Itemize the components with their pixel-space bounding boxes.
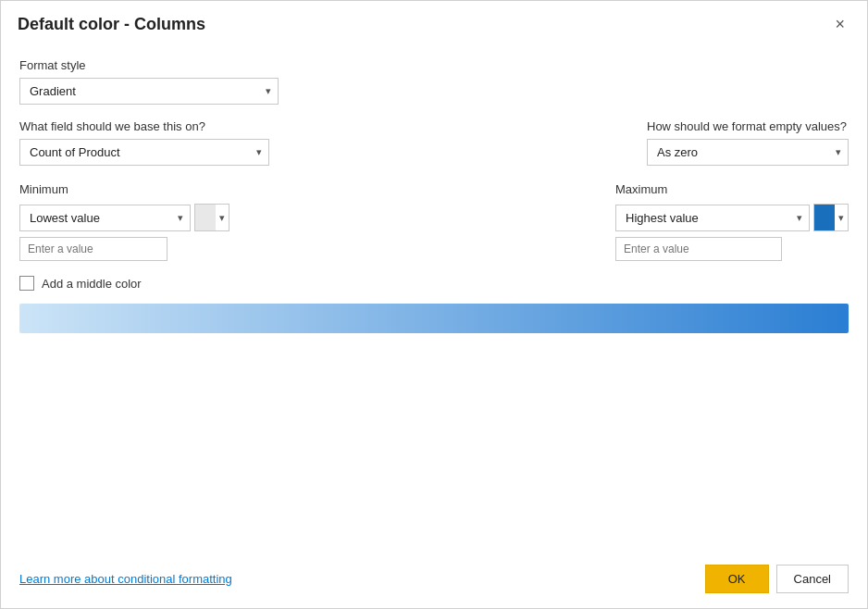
minimum-value-select-wrapper: Lowest value Number Percent Percentile F… [19,205,191,231]
minimum-controls: Lowest value Number Percent Percentile F… [19,204,229,231]
middle-color-checkbox[interactable] [19,276,34,291]
dialog-body: Format style Gradient Color scale Data b… [1,44,867,553]
maximum-controls: Highest value Number Percent Percentile … [615,204,849,231]
minimum-section: Minimum Lowest value Number Percent Perc… [19,182,229,261]
field-select[interactable]: Count of Product [19,139,269,166]
minimum-color-swatch [195,205,216,230]
minimum-swatch-chevron-icon[interactable]: ▾ [216,212,229,224]
minimum-value-select[interactable]: Lowest value Number Percent Percentile F… [19,205,191,231]
maximum-value-input[interactable] [615,237,782,261]
min-max-row: Minimum Lowest value Number Percent Perc… [19,182,849,261]
minimum-value-input[interactable] [19,237,167,261]
format-style-label: Format style [19,58,849,72]
field-empty-row: What field should we base this on? Count… [19,119,849,166]
dialog-header: Default color - Columns × [1,1,867,44]
maximum-label: Maximum [615,182,849,196]
field-select-wrapper: Count of Product ▾ [19,139,269,166]
field-column: What field should we base this on? Count… [19,119,269,166]
dialog-title: Default color - Columns [18,15,205,34]
middle-color-label: Add a middle color [42,277,142,291]
maximum-value-select-wrapper: Highest value Number Percent Percentile … [615,205,810,231]
format-style-select-wrapper: Gradient Color scale Data bars Icons Rul… [19,78,279,105]
ok-button[interactable]: OK [705,565,769,593]
format-style-select[interactable]: Gradient Color scale Data bars Icons Rul… [19,78,279,105]
format-style-group: Format style Gradient Color scale Data b… [19,58,849,105]
empty-values-column: How should we format empty values? As ze… [647,119,849,166]
maximum-value-select[interactable]: Highest value Number Percent Percentile … [615,205,810,231]
dialog: Default color - Columns × Format style G… [0,0,868,609]
close-button[interactable]: × [829,14,850,34]
minimum-label: Minimum [19,182,229,196]
field-label: What field should we base this on? [19,119,269,133]
empty-values-label: How should we format empty values? [647,119,849,133]
gradient-preview-bar [19,304,849,333]
footer-buttons: OK Cancel [705,565,849,593]
middle-color-row: Add a middle color [19,276,849,291]
learn-more-link[interactable]: Learn more about conditional formatting [19,572,232,586]
dialog-footer: Learn more about conditional formatting … [1,553,867,608]
maximum-swatch-chevron-icon[interactable]: ▾ [835,212,848,224]
empty-values-select[interactable]: As zero As blank [647,139,849,166]
maximum-color-swatch-wrapper[interactable]: ▾ [813,204,849,231]
minimum-color-swatch-wrapper[interactable]: ▾ [194,204,229,231]
cancel-button[interactable]: Cancel [776,565,849,593]
maximum-color-swatch [814,205,835,230]
maximum-section: Maximum Highest value Number Percent Per… [615,182,849,261]
empty-values-select-wrapper: As zero As blank ▾ [647,139,849,166]
